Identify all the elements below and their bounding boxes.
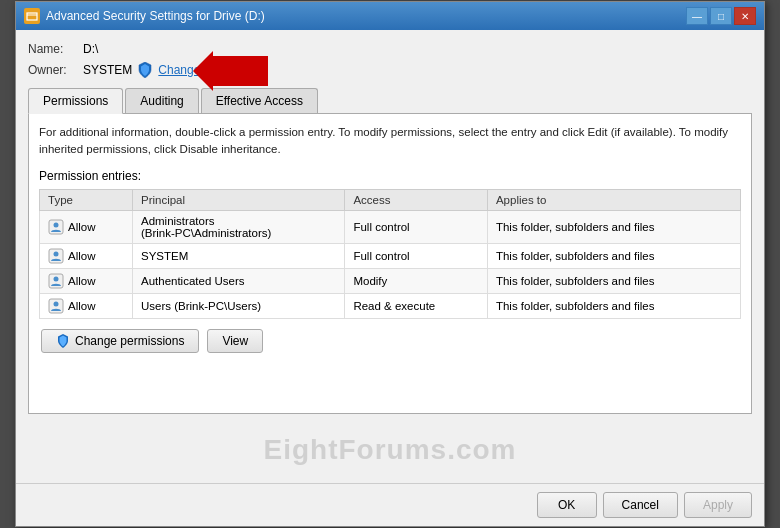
row2-principal: SYSTEM [132,243,344,268]
window-body: Name: D:\ Owner: SYSTEM Change [16,30,764,483]
main-window: Advanced Security Settings for Drive (D:… [15,1,765,527]
row4-access: Read & execute [345,293,488,318]
minimize-button[interactable]: — [686,7,708,25]
svg-point-9 [54,276,59,281]
row1-principal: Administrators (Brink-PC\Administrators) [132,210,344,243]
table-row[interactable]: Allow SYSTEM Full control This folder, s… [40,243,741,268]
owner-value-row: SYSTEM Change [83,62,200,78]
svg-point-7 [54,251,59,256]
col-applies-to: Applies to [487,189,740,210]
owner-row: Owner: SYSTEM Change [28,62,752,78]
ok-button[interactable]: OK [537,492,597,518]
window-controls: — □ ✕ [686,7,756,25]
title-bar-left: Advanced Security Settings for Drive (D:… [24,8,265,24]
tabs-container: Permissions Auditing Effective Access [28,88,752,114]
row4-principal: Users (Brink-PC\Users) [132,293,344,318]
row2-type: Allow [40,243,133,268]
row2-access: Full control [345,243,488,268]
tab-permissions[interactable]: Permissions [28,88,123,114]
owner-label: Owner: [28,63,83,77]
user-shield-icon [48,273,64,289]
table-header-row: Type Principal Access Applies to [40,189,741,210]
window-icon [24,8,40,24]
row3-applies-to: This folder, subfolders and files [487,268,740,293]
table-row[interactable]: Allow Authenticated Users Modify This fo… [40,268,741,293]
tab-effective-access[interactable]: Effective Access [201,88,318,113]
close-button[interactable]: ✕ [734,7,756,25]
bottom-buttons: Change permissions View [39,329,741,353]
name-label: Name: [28,42,83,56]
svg-rect-0 [27,13,37,20]
svg-marker-3 [193,51,268,91]
view-button[interactable]: View [207,329,263,353]
row4-type: Allow [40,293,133,318]
table-row[interactable]: Allow Administrators (Brink-PC\Administr… [40,210,741,243]
table-body: Allow Administrators (Brink-PC\Administr… [40,210,741,318]
col-principal: Principal [132,189,344,210]
shield-small-icon [56,334,70,348]
row3-access: Modify [345,268,488,293]
watermark: EightForums.com [28,414,752,471]
dialog-footer: OK Cancel Apply [16,483,764,526]
table-row[interactable]: Allow Users (Brink-PC\Users) Read & exec… [40,293,741,318]
table-header: Type Principal Access Applies to [40,189,741,210]
row3-principal: Authenticated Users [132,268,344,293]
row1-access: Full control [345,210,488,243]
shield-icon [138,62,152,78]
cancel-button[interactable]: Cancel [603,492,678,518]
row2-applies-to: This folder, subfolders and files [487,243,740,268]
title-bar: Advanced Security Settings for Drive (D:… [16,2,764,30]
user-shield-icon [48,219,64,235]
col-access: Access [345,189,488,210]
big-red-arrow [188,51,268,91]
tab-auditing[interactable]: Auditing [125,88,198,113]
arrow-annotation: Change [158,63,200,77]
name-value: D:\ [83,42,98,56]
col-type: Type [40,189,133,210]
row3-type: Allow [40,268,133,293]
row1-applies-to: This folder, subfolders and files [487,210,740,243]
apply-button[interactable]: Apply [684,492,752,518]
svg-point-5 [54,222,59,227]
svg-point-11 [54,301,59,306]
row1-type: Allow [40,210,133,243]
info-text: For additional information, double-click… [39,124,741,159]
owner-value: SYSTEM [83,63,132,77]
tab-content: For additional information, double-click… [28,114,752,414]
name-row: Name: D:\ [28,42,752,56]
maximize-button[interactable]: □ [710,7,732,25]
permission-entries-label: Permission entries: [39,169,741,183]
window-title: Advanced Security Settings for Drive (D:… [46,9,265,23]
change-permissions-button[interactable]: Change permissions [41,329,199,353]
row4-applies-to: This folder, subfolders and files [487,293,740,318]
user-shield-icon [48,248,64,264]
permissions-table: Type Principal Access Applies to [39,189,741,319]
user-shield-icon [48,298,64,314]
